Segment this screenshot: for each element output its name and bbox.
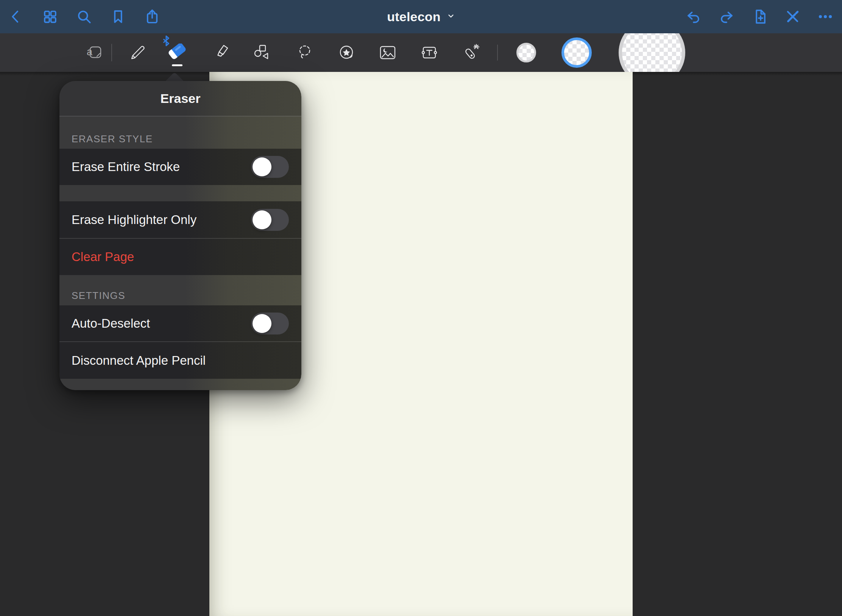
eraser-icon: [168, 44, 186, 62]
section-spacer: [59, 185, 301, 201]
read-only-toggle-button[interactable]: [782, 6, 803, 27]
auto-deselect-toggle[interactable]: [251, 313, 289, 334]
sticker-star-icon: [337, 44, 356, 62]
erase-entire-stroke-label: Erase Entire Stroke: [72, 160, 180, 174]
eraser-size-medium-swatch-selected[interactable]: [561, 37, 592, 68]
document-title[interactable]: utelecon: [387, 9, 440, 24]
lasso-tool[interactable]: [293, 40, 317, 65]
clear-page-button[interactable]: Clear Page: [59, 238, 301, 275]
section-spacer: [59, 117, 301, 131]
toggle-knob: [253, 314, 271, 333]
undo-icon: [686, 9, 702, 25]
highlighter-tool[interactable]: [210, 40, 234, 65]
section-header-eraser-style: ERASER STYLE: [59, 131, 301, 149]
grid-icon: [42, 9, 58, 25]
svg-text:a: a: [87, 46, 93, 58]
zoom-window-icon: a: [86, 44, 104, 62]
nav-right-group: [683, 6, 836, 27]
row-erase-highlighter-only: Erase Highlighter Only: [59, 201, 301, 238]
redo-icon: [719, 9, 734, 25]
row-erase-entire-stroke: Erase Entire Stroke: [59, 149, 301, 185]
bluetooth-icon: [163, 36, 170, 48]
highlighter-icon: [213, 44, 231, 62]
share-icon: [144, 9, 160, 25]
text-icon: [420, 44, 438, 62]
search-button[interactable]: [73, 6, 95, 27]
back-button[interactable]: [5, 6, 27, 27]
image-icon: [379, 44, 397, 62]
pen-tool[interactable]: [126, 40, 150, 65]
title-chevron-down-icon[interactable]: [447, 12, 455, 22]
shapes-tool[interactable]: [250, 40, 274, 65]
share-button[interactable]: [142, 6, 163, 27]
disconnect-apple-pencil-label: Disconnect Apple Pencil: [72, 353, 206, 368]
row-auto-deselect: Auto-Deselect: [59, 305, 301, 341]
image-tool[interactable]: [376, 40, 400, 65]
erase-highlighter-only-label: Erase Highlighter Only: [72, 213, 196, 227]
eraser-popup-wrapper: Eraser ERASER STYLE Erase Entire Stroke …: [59, 81, 301, 390]
pen-icon: [129, 44, 147, 62]
ellipsis-icon: [817, 9, 833, 25]
nav-bar: utelecon: [0, 0, 842, 33]
laser-pointer-icon: [462, 44, 480, 62]
crossed-pencil-icon: [784, 9, 800, 25]
add-page-icon: [752, 9, 767, 25]
lasso-icon: [296, 44, 314, 62]
stickers-tool[interactable]: [334, 40, 359, 65]
toolbar-divider: [497, 45, 498, 61]
popup-title: Eraser: [59, 81, 301, 117]
auto-deselect-label: Auto-Deselect: [72, 316, 150, 331]
eraser-size-large-swatch[interactable]: [619, 33, 685, 72]
erase-entire-stroke-toggle[interactable]: [251, 156, 289, 178]
text-tool[interactable]: [417, 40, 441, 65]
clear-page-label: Clear Page: [72, 250, 134, 264]
back-chevron-icon: [8, 9, 24, 25]
erase-highlighter-only-toggle[interactable]: [251, 209, 289, 231]
toolbar-divider: [111, 44, 112, 61]
shapes-icon: [253, 44, 271, 62]
eraser-popup: Eraser ERASER STYLE Erase Entire Stroke …: [59, 81, 301, 390]
redo-button[interactable]: [716, 6, 737, 27]
undo-button[interactable]: [683, 6, 704, 27]
selected-tool-indicator: [172, 64, 182, 66]
popup-bottom-padding: [59, 379, 301, 390]
section-header-settings: SETTINGS: [59, 275, 301, 305]
eraser-tool[interactable]: [165, 40, 189, 65]
thumbnails-button[interactable]: [39, 6, 61, 27]
add-page-button[interactable]: [749, 6, 770, 27]
zoom-window-tool[interactable]: a: [83, 40, 108, 65]
laser-pointer-tool[interactable]: [459, 40, 483, 65]
nav-left-group: [0, 6, 163, 27]
toggle-knob: [253, 210, 271, 229]
tool-bar: a: [0, 33, 842, 72]
bookmark-button[interactable]: [108, 6, 129, 27]
eraser-size-small-swatch[interactable]: [516, 43, 536, 62]
more-options-button[interactable]: [815, 6, 836, 27]
search-icon: [76, 9, 92, 25]
disconnect-apple-pencil-button[interactable]: Disconnect Apple Pencil: [59, 341, 301, 379]
goodnotes-app-window: utelecon: [0, 0, 842, 616]
bookmark-icon: [110, 9, 126, 25]
toggle-knob: [253, 157, 271, 176]
